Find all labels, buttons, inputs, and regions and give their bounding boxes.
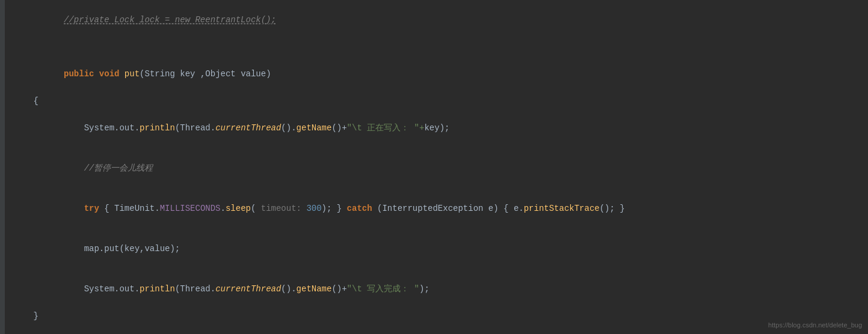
out1: out (119, 123, 134, 133)
brace-close-put: } (13, 311, 38, 321)
str-done-write: "\t (347, 284, 368, 294)
comment-pause1: //暂停一会儿线程 (43, 163, 153, 173)
indent2 (43, 204, 84, 213)
code-line-blank-1 (0, 40, 868, 53)
str-writing: "\t (347, 123, 368, 133)
field-milliseconds1: MILLISECONDS (160, 204, 221, 213)
kw-public: public (43, 69, 99, 79)
watermark: https://blog.csdn.net/delete_bug (768, 320, 862, 331)
str-writing2: "+ (409, 123, 424, 133)
p9: () (281, 284, 291, 294)
dot10: . (291, 284, 296, 294)
type-interrupted1: InterruptedException (382, 204, 483, 213)
kw-void: void (99, 69, 125, 79)
chinese-done-write: 写入完成： (367, 284, 409, 294)
method-sleep1: sleep (226, 204, 251, 213)
p7: (); } (600, 204, 625, 213)
map-put: map.put(key,value); (84, 244, 180, 254)
param-value: value) (236, 69, 271, 79)
type-timeunit1: TimeUnit (114, 204, 155, 213)
type-system2: System (84, 284, 114, 294)
indent3 (43, 244, 84, 254)
code-line-try-put: try { TimeUnit.MILLISECONDS.sleep( timeo… (0, 188, 868, 228)
code-editor: //private Lock lock = new ReentrantLock(… (0, 0, 868, 334)
out2: out (119, 284, 134, 294)
dot6: . (221, 204, 226, 213)
p4: ( (251, 204, 261, 213)
dot8: . (135, 284, 140, 294)
var-e1: e) { e. (483, 204, 523, 213)
method-println2: println (140, 284, 175, 294)
dot4: . (291, 123, 296, 133)
num-300-1: 300 (306, 204, 321, 213)
code-line-put-method: public void put(String key ,Object value… (0, 54, 868, 94)
p2: () (281, 123, 291, 133)
kw-try1: try (84, 204, 105, 213)
method-currentthread1: currentThread (215, 123, 281, 133)
type-object: Object (205, 69, 235, 79)
chinese-writing: 正在写入： (367, 123, 409, 133)
code-line-1: //private Lock lock = new ReentrantLock(… (0, 0, 868, 40)
code-line-println-done-write: System.out.println(Thread.currentThread(… (0, 269, 868, 309)
brace-open-put: { (13, 96, 38, 106)
close-paren-done: ); (419, 284, 429, 294)
code-line-close-brace-put: } (0, 309, 868, 323)
dot2: . (135, 123, 140, 133)
p5: ); } (322, 204, 347, 213)
dot9: . (211, 284, 215, 294)
method-getname1: getName (297, 123, 332, 133)
method-println1: println (140, 123, 175, 133)
type-string: String (144, 69, 174, 79)
key-var1: key); (424, 123, 449, 133)
method-getname2: getName (297, 284, 332, 294)
kw-catch1: catch (347, 204, 377, 213)
code-line-println-writing: System.out.println(Thread.currentThread(… (0, 108, 868, 148)
p3: ()+ (331, 123, 346, 133)
code-line-map-put: map.put(key,value); (0, 229, 868, 269)
dot5: . (155, 204, 159, 213)
indent4 (43, 284, 84, 294)
type-thread2: Thread (180, 284, 210, 294)
brace-try1: { (104, 204, 114, 213)
param-key: key , (175, 69, 205, 79)
method-printstacktrace1: printStackTrace (524, 204, 600, 213)
dot3: . (211, 123, 215, 133)
type-thread1: Thread (180, 123, 210, 133)
code-line-open-brace-put: { (0, 94, 868, 108)
hint-timeout1: timeout: (261, 204, 307, 213)
type-system: System (84, 123, 114, 133)
method-put: put (125, 69, 140, 79)
comment-private-lock: //private Lock lock = new ReentrantLock(… (43, 15, 275, 25)
p10: ()+ (331, 284, 346, 294)
code-line-blank-2 (0, 323, 868, 334)
method-currentthread2: currentThread (215, 284, 281, 294)
str-done-write2: " (409, 284, 419, 294)
indent (43, 123, 84, 133)
code-line-comment-pause1: //暂停一会儿线程 (0, 148, 868, 188)
